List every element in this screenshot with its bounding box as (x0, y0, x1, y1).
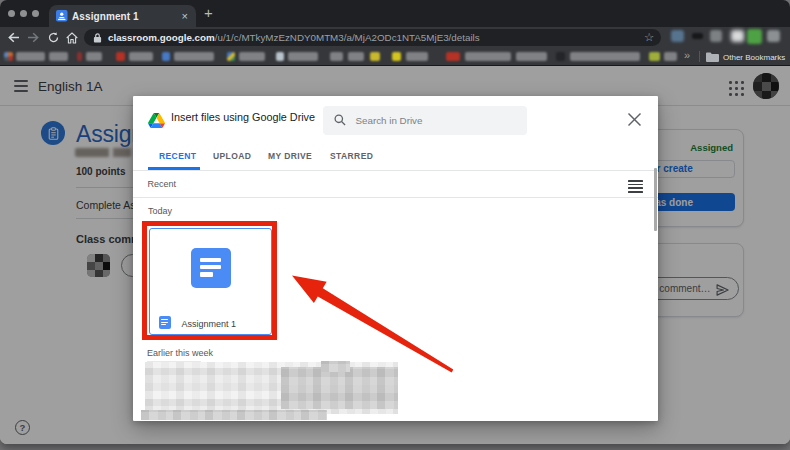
redacted-bookmark-label[interactable] (516, 52, 547, 61)
browser-tab-strip: Assignment 1 × + (0, 0, 790, 27)
lock-icon (93, 33, 102, 43)
forward-icon[interactable] (24, 27, 42, 48)
url-domain: classroom.google.com (108, 32, 215, 43)
drive-search-input[interactable]: Search in Drive (323, 106, 527, 136)
reload-icon[interactable] (44, 27, 62, 48)
redacted-bookmark-label[interactable] (330, 52, 343, 61)
extension-icon[interactable] (731, 30, 744, 42)
bookmarks-overflow-icon[interactable]: » (684, 49, 690, 61)
extension-icon[interactable] (747, 29, 762, 44)
browser-tab[interactable]: Assignment 1 × (49, 5, 196, 28)
bookmark-favicon-icon[interactable] (446, 52, 460, 61)
dialog-scrollbar[interactable] (654, 168, 657, 231)
tab-recent[interactable]: RECENT (159, 151, 196, 161)
google-drive-logo-icon (148, 113, 165, 128)
url-text: classroom.google.com/u/1/c/MTkyMzEzNDY0M… (84, 32, 480, 43)
other-bookmarks-button[interactable]: Other Bookmarks (723, 53, 785, 62)
divider (133, 170, 658, 171)
redacted-bookmark-label[interactable] (465, 52, 511, 61)
bookmark-favicon-icon[interactable] (227, 52, 235, 61)
folder-icon (706, 52, 719, 62)
divider (133, 197, 658, 198)
bookmark-favicon-icon[interactable] (4, 52, 13, 61)
extension-icon[interactable] (710, 30, 722, 42)
tab-starred[interactable]: STARRED (330, 151, 373, 161)
back-icon[interactable] (4, 27, 22, 48)
redacted-bookmark-label[interactable] (664, 52, 677, 61)
redacted-bookmark-label[interactable] (86, 52, 102, 61)
traffic-light-minimize-icon[interactable] (20, 10, 27, 17)
list-view-icon[interactable] (628, 180, 643, 193)
browser-window: Assignment 1 × + (0, 0, 790, 444)
dialog-close-icon[interactable] (627, 112, 642, 127)
bookmark-favicon-icon[interactable] (162, 52, 170, 61)
redacted-thumbnails (281, 367, 398, 409)
extension-icon[interactable] (692, 33, 703, 39)
search-icon (334, 114, 346, 126)
traffic-light-close-icon[interactable] (8, 10, 15, 17)
redacted-bookmark-label[interactable] (129, 52, 153, 61)
bookmark-favicon-icon[interactable] (556, 52, 565, 61)
redacted-bookmark-label[interactable] (406, 52, 428, 61)
redacted-thumbnails (321, 361, 350, 372)
bookmark-favicon-icon[interactable] (116, 52, 125, 61)
browser-menu-icon[interactable] (767, 30, 780, 42)
dialog-title: Insert files using Google Drive (171, 111, 315, 123)
annotation-highlight-rect (142, 221, 277, 341)
bookmark-favicon-icon[interactable] (276, 52, 284, 61)
bookmark-star-icon[interactable]: ☆ (644, 30, 654, 44)
redacted-bookmark-label[interactable] (16, 52, 45, 61)
screenshot-stage: Assignment 1 × + (0, 0, 790, 450)
earlier-group-label: Earlier this week (147, 348, 213, 358)
url-path: /u/1/c/MTkyMzEzNDY0MTM3/a/MjA2ODc1NTA5Mj… (215, 32, 480, 43)
redacted-thumbnails (141, 410, 327, 420)
search-placeholder: Search in Drive (346, 115, 423, 126)
bookmark-favicon-icon[interactable] (370, 52, 380, 61)
address-bar[interactable]: classroom.google.com/u/1/c/MTkyMzEzNDY0M… (84, 29, 661, 46)
extension-icon[interactable] (671, 30, 684, 42)
traffic-light-zoom-icon[interactable] (32, 10, 39, 17)
redacted-bookmark-label[interactable] (49, 52, 68, 61)
browser-toolbar: classroom.google.com/u/1/c/MTkyMzEzNDY0M… (0, 27, 790, 48)
bookmark-favicon-icon[interactable] (649, 52, 660, 61)
classroom-favicon-icon (56, 10, 68, 22)
tab-close-icon[interactable]: × (182, 10, 188, 22)
redacted-bookmark-label[interactable] (288, 52, 318, 61)
tab-upload[interactable]: UPLOAD (213, 151, 251, 161)
redacted-bookmark-label[interactable] (174, 52, 214, 61)
bookmark-favicon-icon[interactable] (392, 52, 401, 61)
tab-title: Assignment 1 (72, 11, 139, 22)
redacted-bookmark-label[interactable] (570, 52, 640, 61)
new-tab-button[interactable]: + (204, 4, 213, 21)
recent-section-label: Recent (148, 179, 177, 189)
redacted-bookmark-label[interactable] (348, 52, 364, 61)
today-group-label: Today (148, 206, 172, 216)
home-icon[interactable] (63, 27, 81, 48)
tab-my-drive[interactable]: MY DRIVE (268, 151, 312, 161)
redacted-bookmark-label[interactable] (239, 52, 265, 61)
bookmarks-separator (699, 51, 700, 62)
bookmark-favicon-icon[interactable] (77, 52, 82, 61)
